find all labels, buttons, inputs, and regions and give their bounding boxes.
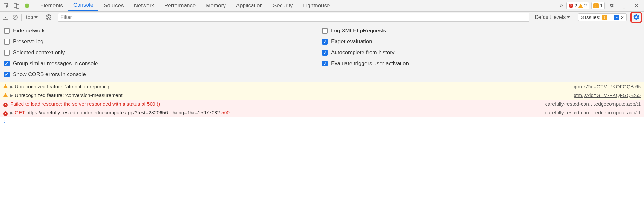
checkbox[interactable]	[4, 72, 10, 77]
setting-label: Evaluate triggers user activation	[331, 60, 409, 67]
issues-badge[interactable]: ! 1	[591, 2, 605, 9]
clear-console-icon[interactable]	[12, 14, 19, 21]
console-toolbar: top Default levels 3 Issues: ! 1 ≡ 2	[0, 12, 644, 23]
warning-count: 2	[584, 3, 587, 8]
divider	[55, 14, 55, 21]
setting-label: Eager evaluation	[331, 39, 372, 45]
svg-point-8	[48, 17, 49, 18]
error-count: 2	[575, 3, 577, 8]
expand-icon[interactable]: ▶	[10, 93, 13, 98]
tab-network[interactable]: Network	[129, 0, 159, 11]
setting-row: Autocomplete from history	[322, 49, 640, 56]
live-expression-icon[interactable]	[45, 14, 52, 21]
log-levels-selector[interactable]: Default levels	[532, 14, 573, 20]
log-message: GET https://carefully-rested-condor.edge…	[15, 110, 543, 116]
kebab-menu-icon[interactable]: ⋮	[620, 2, 628, 10]
svg-line-5	[14, 16, 17, 19]
checkbox[interactable]	[322, 28, 328, 34]
tab-lighthouse[interactable]: Lighthouse	[298, 0, 335, 11]
setting-row: Evaluate triggers user activation	[322, 60, 640, 67]
node-icon[interactable]	[23, 2, 31, 10]
divider	[42, 14, 42, 21]
divider	[32, 2, 32, 9]
setting-label: Preserve log	[13, 39, 43, 45]
tab-performance[interactable]: Performance	[159, 0, 201, 11]
setting-row: Selected context only	[4, 49, 322, 56]
checkbox[interactable]	[322, 39, 328, 45]
setting-label: Hide network	[13, 28, 45, 34]
divider	[575, 14, 575, 21]
error-warning-badge[interactable]: ✕ 2 2	[566, 2, 589, 9]
context-selector[interactable]: top	[24, 14, 40, 20]
close-icon[interactable]: ✕	[632, 2, 640, 10]
issues-orange-count: 1	[609, 14, 612, 20]
issue-icon: !	[593, 3, 599, 8]
issues-button[interactable]: 3 Issues: ! 1 ≡ 2	[578, 13, 627, 21]
chevron-down-icon	[34, 16, 38, 18]
error-icon: ✕	[3, 110, 8, 115]
log-source-link[interactable]: carefully-rested-con….edgecompute.app/:1	[545, 101, 641, 107]
context-label: top	[26, 14, 33, 20]
console-prompt[interactable]: ›	[0, 117, 644, 126]
toggle-sidebar-icon[interactable]	[2, 14, 9, 21]
setting-row: Eager evaluation	[322, 39, 640, 45]
warning-icon	[578, 4, 583, 8]
tab-elements[interactable]: Elements	[35, 0, 68, 11]
filter-input[interactable]	[58, 13, 529, 22]
log-message: Unrecognized feature: 'conversion-measur…	[15, 92, 572, 98]
log-source-link[interactable]: carefully-rested-con….edgecompute.app/:1	[545, 110, 641, 116]
checkbox[interactable]	[322, 61, 328, 66]
checkbox[interactable]	[4, 61, 10, 66]
console-settings-button[interactable]	[630, 12, 642, 23]
more-tabs-icon[interactable]: »	[557, 2, 565, 10]
setting-row: Log XMLHttpRequests	[322, 28, 640, 34]
checkbox[interactable]	[4, 50, 10, 56]
issues-blue-count: 2	[621, 14, 624, 20]
checkbox[interactable]	[322, 50, 328, 56]
setting-row: Group similar messages in console	[4, 60, 322, 67]
issue-blue-icon: ≡	[614, 15, 619, 20]
tab-application[interactable]: Application	[231, 0, 268, 11]
chevron-down-icon	[567, 16, 570, 18]
log-message: Unrecognized feature: 'attribution-repor…	[15, 84, 572, 90]
warning-icon	[3, 84, 8, 89]
log-row-warn: ▶Unrecognized feature: 'attribution-repo…	[0, 82, 644, 91]
divider	[21, 14, 22, 21]
panel-tabs: ElementsConsoleSourcesNetworkPerformance…	[35, 0, 556, 11]
setting-row: Show CORS errors in console	[4, 71, 322, 78]
setting-label: Autocomplete from history	[331, 49, 394, 56]
log-row-err: ✕Failed to load resource: the server res…	[0, 100, 644, 108]
topbar-right: ✕ 2 2 ! 1 ⋮ ✕	[566, 2, 641, 10]
log-message: Failed to load resource: the server resp…	[10, 101, 543, 107]
warning-icon	[3, 93, 8, 98]
settings-right-column: Log XMLHttpRequestsEager evaluationAutoc…	[322, 26, 640, 80]
settings-left-column: Hide networkPreserve logSelected context…	[4, 26, 322, 80]
setting-label: Show CORS errors in console	[13, 71, 86, 78]
setting-label: Log XMLHttpRequests	[331, 28, 386, 34]
error-icon: ✕	[3, 101, 8, 107]
console-log: ▶Unrecognized feature: 'attribution-repo…	[0, 82, 644, 117]
log-row-err: ✕▶GET https://carefully-rested-condor.ed…	[0, 108, 644, 117]
issue-orange-icon: !	[602, 15, 607, 20]
log-source-link[interactable]: gtm.js?id=GTM-PKQFGQB:65	[574, 92, 641, 98]
tab-console[interactable]: Console	[68, 0, 98, 11]
expand-icon[interactable]: ▶	[10, 85, 13, 89]
checkbox[interactable]	[4, 28, 10, 34]
levels-label: Default levels	[535, 14, 566, 20]
device-toggle-icon[interactable]	[13, 2, 21, 10]
inspect-icon[interactable]	[3, 2, 10, 10]
error-icon: ✕	[569, 4, 573, 8]
settings-icon[interactable]	[608, 2, 616, 10]
devtools-topbar: ElementsConsoleSourcesNetworkPerformance…	[0, 0, 644, 12]
tab-sources[interactable]: Sources	[98, 0, 129, 11]
expand-icon[interactable]: ▶	[10, 111, 13, 115]
log-row-warn: ▶Unrecognized feature: 'conversion-measu…	[0, 91, 644, 100]
tab-security[interactable]: Security	[268, 0, 298, 11]
log-source-link[interactable]: gtm.js?id=GTM-PKQFGQB:65	[574, 84, 641, 90]
checkbox[interactable]	[4, 39, 10, 45]
setting-label: Group similar messages in console	[13, 60, 98, 67]
issues-text: 3 Issues:	[581, 14, 600, 20]
setting-label: Selected context only	[13, 49, 65, 56]
tab-memory[interactable]: Memory	[201, 0, 231, 11]
console-settings-panel: Hide networkPreserve logSelected context…	[0, 23, 644, 82]
